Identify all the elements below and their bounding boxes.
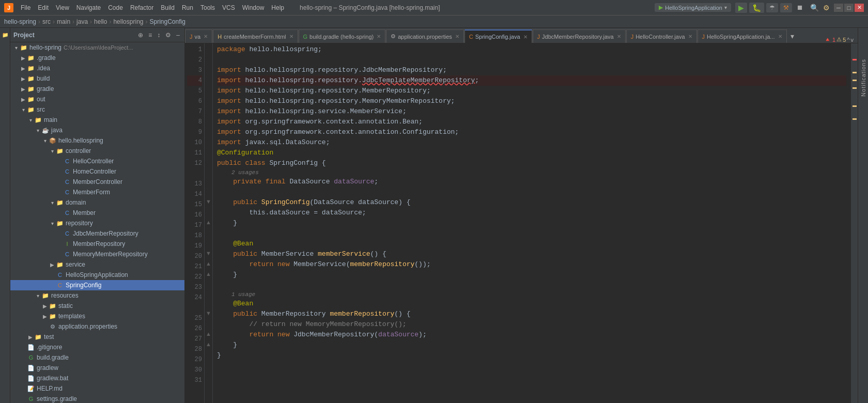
editor-scrollbar[interactable] — [850, 43, 858, 403]
tab-applicationprops[interactable]: ⚙ application.properties ✕ — [386, 29, 464, 43]
tree-item-build[interactable]: ▶ 📁 build — [10, 73, 184, 84]
tab-close-creatememberform[interactable]: ✕ — [289, 34, 293, 39]
tab-close-hellocontroller[interactable]: ✕ — [688, 34, 692, 39]
menu-run[interactable]: Run — [179, 3, 196, 12]
tree-item-templates[interactable]: ▶ 📁 templates — [10, 311, 184, 321]
tree-item-gradlew[interactable]: 📄 gradlew — [10, 363, 184, 373]
code-content[interactable]: package hello.hellospring; import hello.… — [213, 43, 850, 403]
tree-item-gradlew-bat[interactable]: 📄 gradlew.bat — [10, 373, 184, 383]
menu-edit[interactable]: Edit — [35, 3, 52, 12]
tabs-overflow-button[interactable]: ▾ — [787, 29, 797, 43]
menu-window[interactable]: Window — [239, 3, 268, 12]
fold-marker-21[interactable]: ▼ — [205, 248, 212, 258]
tree-item-settings-gradle[interactable]: G settings.gradle — [10, 394, 184, 403]
sidebar-scroll-button[interactable]: ↕ — [156, 31, 162, 39]
settings-button[interactable]: ⚙ — [823, 4, 830, 12]
error-indicator[interactable]: 🔺 1 ⚠ 5 ^ v — [824, 36, 858, 43]
search-everywhere-button[interactable]: 🔍 — [810, 4, 819, 12]
tree-item-out[interactable]: ▶ 📁 out — [10, 94, 184, 104]
coverage-button[interactable]: ☂ — [766, 3, 778, 12]
tab-hellospringapp[interactable]: J HelloSpringApplication.ja... ✕ — [698, 29, 787, 43]
tab-close-va[interactable]: ✕ — [204, 34, 208, 39]
build-button[interactable]: ⚒ — [780, 3, 792, 12]
project-tool-button[interactable]: 📁 — [1, 30, 10, 39]
tree-item-test[interactable]: ▶ 📁 test — [10, 332, 184, 342]
tree-item-help-md[interactable]: 📝 HELP.md — [10, 383, 184, 394]
tree-item-java[interactable]: ▾ ☕ java — [10, 125, 184, 135]
tree-item-src[interactable]: ▾ 📁 src — [10, 104, 184, 115]
menu-help[interactable]: Help — [268, 3, 287, 12]
tab-jdbcmemberrepo[interactable]: J JdbcMemberRepository.java ✕ — [533, 29, 626, 43]
fold-marker-29[interactable]: ▲ — [205, 329, 212, 339]
tree-item-resources[interactable]: ▾ 📁 resources — [10, 290, 184, 301]
tree-item-static[interactable]: ▶ 📁 static — [10, 301, 184, 311]
tree-item-gradle[interactable]: ▶ 📁 gradle — [10, 84, 184, 94]
sidebar-minimize-button[interactable]: – — [175, 31, 181, 39]
tab-hellocontroller[interactable]: J HelloController.java ✕ — [626, 29, 697, 43]
tree-item-homecontroller[interactable]: C HomeController — [10, 166, 184, 177]
tree-item-hellocontroller[interactable]: C HelloController — [10, 156, 184, 166]
tab-creatememberform[interactable]: H createMemberForm.html ✕ — [213, 29, 298, 43]
tree-item-gradle-hidden[interactable]: ▶ 📁 .gradle — [10, 53, 184, 63]
breadcrumb-springconfig[interactable]: SpringConfig — [149, 18, 185, 25]
tree-item-domain[interactable]: ▾ 📁 domain — [10, 197, 184, 208]
menu-refactor[interactable]: Refactor — [127, 3, 157, 12]
tab-close-buildgradle[interactable]: ✕ — [377, 34, 381, 39]
tab-close-jdbcmemberrepo[interactable]: ✕ — [617, 34, 621, 39]
tree-item-build-gradle[interactable]: G build.gradle — [10, 352, 184, 363]
sidebar-add-button[interactable]: ⊕ — [136, 31, 145, 39]
breadcrumb-hellospring[interactable]: hellospring — [113, 18, 143, 25]
close-button[interactable]: ✕ — [855, 4, 864, 12]
tree-item-memorymember[interactable]: C MemoryMemberRepository — [10, 249, 184, 259]
tree-item-gitignore[interactable]: 📄 .gitignore — [10, 342, 184, 352]
stop-button[interactable]: ⏹ — [794, 3, 806, 12]
fold-marker-18[interactable]: ▲ — [205, 217, 212, 227]
breadcrumb-main[interactable]: main — [57, 18, 70, 25]
minimize-button[interactable]: ─ — [834, 4, 843, 12]
tree-item-jdbcmember[interactable]: C JdbcMemberRepository — [10, 228, 184, 239]
fold-marker-23[interactable]: ▲ — [205, 269, 212, 279]
tree-item-controller[interactable]: ▾ 📁 controller — [10, 146, 184, 156]
run-button[interactable]: ▶ — [735, 3, 747, 13]
debug-button[interactable]: 🐛 — [749, 3, 764, 13]
notifications-label[interactable]: Notifications — [860, 59, 866, 97]
breadcrumb-java[interactable]: java — [76, 18, 88, 25]
tree-item-member[interactable]: C Member — [10, 208, 184, 218]
breadcrumb-hello[interactable]: hello — [94, 18, 107, 25]
run-config-selector[interactable]: ▶ HelloSpringApplication ▾ — [655, 3, 731, 12]
menu-code[interactable]: Code — [105, 3, 126, 12]
tree-item-hellospringapp[interactable]: C HelloSpringApplication — [10, 270, 184, 280]
tree-item-repository[interactable]: ▾ 📁 repository — [10, 218, 184, 228]
tree-item-memberrepository[interactable]: I MemberRepository — [10, 239, 184, 249]
menu-navigate[interactable]: Navigate — [73, 3, 104, 12]
tab-va[interactable]: J va ✕ — [185, 29, 212, 43]
breadcrumb-src[interactable]: src — [42, 18, 51, 25]
tree-item-hello-hellospring[interactable]: ▾ 📦 hello.hellospring — [10, 135, 184, 146]
tree-item-membercontroller[interactable]: C MemberController — [10, 177, 184, 187]
tree-item-idea[interactable]: ▶ 📁 .idea — [10, 63, 184, 73]
breadcrumb-project[interactable]: hello-spring — [4, 18, 36, 25]
menu-tools[interactable]: Tools — [197, 3, 218, 12]
tab-buildgradle[interactable]: G build.gradle (hello-spring) ✕ — [299, 29, 386, 43]
fold-marker-27[interactable]: ▼ — [205, 308, 212, 318]
tree-item-app-properties[interactable]: ⚙ application.properties — [10, 321, 184, 332]
fold-marker-16[interactable]: ▼ — [205, 196, 212, 207]
menu-file[interactable]: File — [18, 3, 34, 12]
fold-marker-22[interactable]: ▲ — [205, 258, 212, 269]
maximize-button[interactable]: □ — [844, 4, 854, 12]
menu-build[interactable]: Build — [158, 3, 178, 12]
tree-item-memberform[interactable]: C MemberForm — [10, 187, 184, 197]
tab-close-springconfig[interactable]: ✕ — [523, 34, 528, 40]
fold-marker-30[interactable]: ▲ — [205, 339, 212, 349]
tab-close-applicationprops[interactable]: ✕ — [455, 34, 459, 39]
sidebar-menu-button[interactable]: ≡ — [147, 31, 153, 39]
sidebar-settings-button[interactable]: ⚙ — [164, 31, 173, 39]
tree-item-main[interactable]: ▾ 📁 main — [10, 115, 184, 125]
tree-item-springconfig[interactable]: C SpringConfig — [10, 280, 184, 290]
menu-vcs[interactable]: VCS — [219, 3, 238, 12]
tree-item-hello-spring[interactable]: ▾ 📁 hello-spring C:\Users\sam\IdeaProjec… — [10, 42, 184, 53]
tab-springconfig[interactable]: C SpringConfig.java ✕ — [464, 29, 532, 43]
tree-item-service[interactable]: ▶ 📁 service — [10, 259, 184, 270]
tab-close-hellospringapp[interactable]: ✕ — [778, 34, 782, 39]
menu-view[interactable]: View — [53, 3, 72, 12]
